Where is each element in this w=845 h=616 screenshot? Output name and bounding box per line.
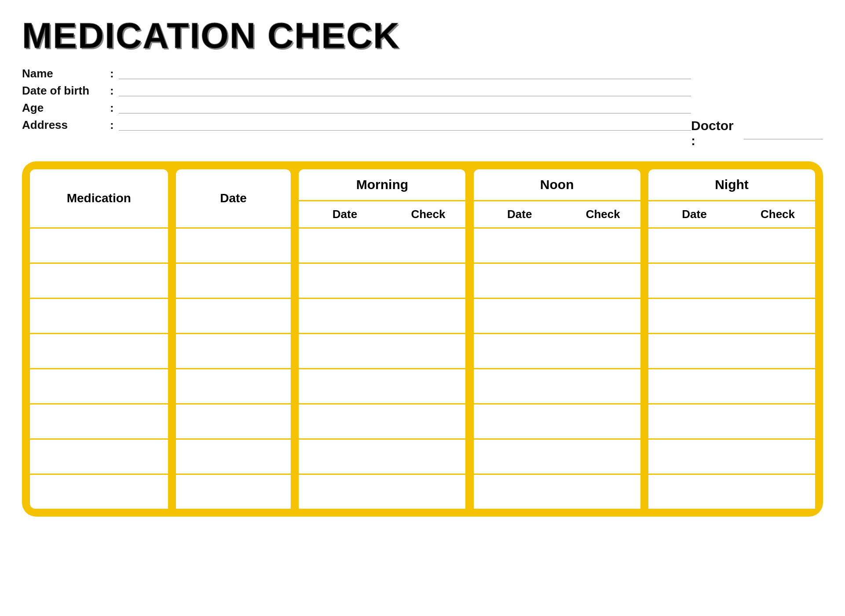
name-colon: : [110,67,119,80]
morning-date-cell [299,474,391,509]
table-row [30,403,815,438]
noon-check-cell [566,474,640,509]
table-row [30,474,815,509]
noon-check-header: Check [566,200,640,227]
night-check-cell [740,368,815,403]
noon-date-cell [474,474,566,509]
patient-info-section: Name : Date of birth : Age : Address : D… [22,67,823,148]
morning-check-cell [391,368,466,403]
noon-check-cell [566,227,640,262]
morning-date-cell [299,262,391,298]
noon-date-cell [474,298,566,333]
noon-date-header: Date [474,200,566,227]
noon-check-cell [566,368,640,403]
noon-check-cell [566,438,640,474]
noon-date-cell [474,438,566,474]
noon-date-cell [474,403,566,438]
morning-date-cell [299,438,391,474]
date-cell [176,333,291,368]
night-check-cell [740,298,815,333]
night-check-cell [740,333,815,368]
address-colon: : [110,118,119,132]
morning-check-header: Check [391,200,466,227]
date-cell [176,227,291,262]
noon-check-cell [566,298,640,333]
table-row [30,227,815,262]
page-title: MEDICATION CHECK [22,18,823,54]
morning-check-cell [391,262,466,298]
noon-check-cell [566,333,640,368]
name-label: Name [22,67,110,80]
dob-label: Date of birth [22,84,110,98]
col-header-night: Night [648,169,815,200]
medication-cell [30,298,168,333]
morning-check-cell [391,403,466,438]
address-label: Address [22,118,110,132]
date-cell [176,368,291,403]
table-row [30,298,815,333]
col-header-noon: Noon [474,169,640,200]
night-check-cell [740,474,815,509]
medication-table-wrapper: Medication Date Morning Noon Night Date … [22,161,823,517]
col-header-morning: Morning [299,169,465,200]
dob-colon: : [110,84,119,98]
date-cell [176,298,291,333]
medication-cell [30,333,168,368]
noon-date-cell [474,333,566,368]
night-date-cell [648,403,740,438]
doctor-label: Doctor : [691,118,739,148]
address-value [119,118,691,131]
date-cell [176,474,291,509]
morning-date-cell [299,403,391,438]
night-check-cell [740,438,815,474]
morning-date-header: Date [299,200,391,227]
date-cell [176,262,291,298]
dob-value [119,84,691,96]
noon-date-cell [474,227,566,262]
morning-check-cell [391,333,466,368]
medication-cell [30,438,168,474]
medication-cell [30,368,168,403]
table-row [30,438,815,474]
medication-cell [30,474,168,509]
doctor-value [744,127,823,139]
noon-check-cell [566,403,640,438]
table-row [30,368,815,403]
age-value [119,101,691,113]
medication-cell [30,227,168,262]
morning-date-cell [299,298,391,333]
col-header-medication: Medication [30,169,168,227]
doctor-field: Doctor : [691,118,823,148]
age-colon: : [110,101,119,115]
age-label: Age [22,101,110,115]
night-date-cell [648,438,740,474]
night-date-cell [648,227,740,262]
table-row [30,333,815,368]
morning-date-cell [299,333,391,368]
night-check-cell [740,227,815,262]
morning-check-cell [391,298,466,333]
medication-table: Medication Date Morning Noon Night Date … [30,169,815,509]
night-check-cell [740,262,815,298]
night-date-header: Date [648,200,740,227]
morning-date-cell [299,368,391,403]
medication-cell [30,403,168,438]
name-value [119,67,691,79]
noon-date-cell [474,262,566,298]
night-date-cell [648,368,740,403]
morning-check-cell [391,227,466,262]
date-cell [176,403,291,438]
table-row [30,262,815,298]
night-check-header: Check [740,200,815,227]
night-date-cell [648,333,740,368]
night-date-cell [648,262,740,298]
night-date-cell [648,298,740,333]
col-header-date: Date [176,169,291,227]
noon-date-cell [474,368,566,403]
night-date-cell [648,474,740,509]
medication-cell [30,262,168,298]
morning-date-cell [299,227,391,262]
morning-check-cell [391,474,466,509]
night-check-cell [740,403,815,438]
date-cell [176,438,291,474]
